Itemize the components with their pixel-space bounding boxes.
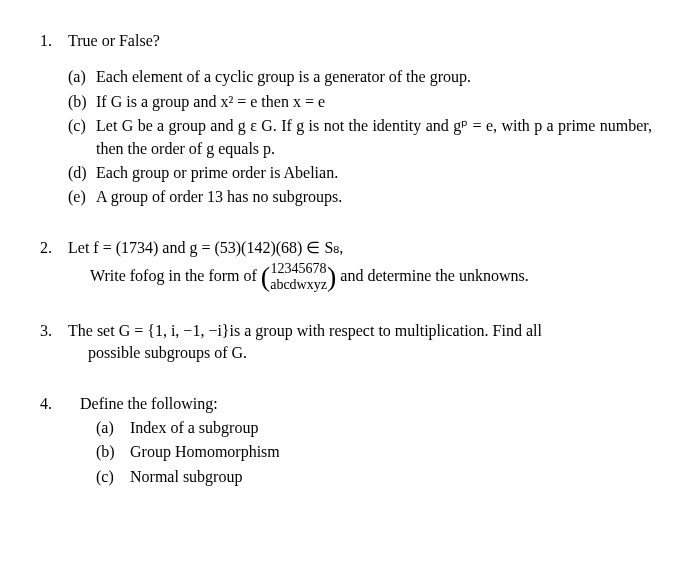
q1-item-d: (d) Each group or prime order is Abelian…	[68, 162, 652, 184]
q2-line2-pre: Write fofog in the form of	[90, 265, 257, 287]
q4-title: Define the following:	[80, 393, 652, 415]
q1-text-d: Each group or prime order is Abelian.	[96, 162, 652, 184]
q4-text-c: Normal subgroup	[130, 466, 242, 488]
q4-item-c: (c) Normal subgroup	[96, 466, 652, 488]
q4-label-c: (c)	[96, 466, 130, 488]
q1-sublist: (a) Each element of a cyclic group is a …	[40, 66, 652, 208]
paren-right: )	[327, 263, 336, 291]
q1-label-a: (a)	[68, 66, 96, 88]
q2-number: 2.	[40, 237, 68, 259]
q1-number: 1.	[40, 30, 68, 52]
q1-label-d: (d)	[68, 162, 96, 184]
q4-item-a: (a) Index of a subgroup	[96, 417, 652, 439]
q1-text-e: A group of order 13 has no subgroups.	[96, 186, 652, 208]
q2-binom-top: 12345678	[271, 261, 327, 276]
q1-text-b: If G is a group and x² = e then x = e	[96, 91, 652, 113]
q4-header: 4. Define the following:	[40, 393, 652, 415]
q2-header: 2. Let f = (1734) and g = (53)(142)(68) …	[40, 237, 652, 259]
q4-text-a: Index of a subgroup	[130, 417, 258, 439]
q3-line1: The set G = {1, i, −1, −i}is a group wit…	[68, 320, 652, 342]
q2-line2: Write fofog in the form of ( 12345678 ab…	[40, 261, 652, 292]
q4-number: 4.	[40, 393, 80, 415]
q4-text-b: Group Homomorphism	[130, 441, 280, 463]
q3-header: 3. The set G = {1, i, −1, −i}is a group …	[40, 320, 652, 342]
q2-binom: ( 12345678 abcdwxyz )	[261, 261, 336, 292]
question-2: 2. Let f = (1734) and g = (53)(142)(68) …	[40, 237, 652, 292]
q4-item-b: (b) Group Homomorphism	[96, 441, 652, 463]
q2-line2-post: and determine the unknowns.	[340, 265, 528, 287]
question-4: 4. Define the following: (a) Index of a …	[40, 393, 652, 489]
q2-binom-col: 12345678 abcdwxyz	[270, 261, 327, 292]
paren-left: (	[261, 263, 270, 291]
q4-label-b: (b)	[96, 441, 130, 463]
question-1: 1. True or False? (a) Each element of a …	[40, 30, 652, 209]
q4-sublist: (a) Index of a subgroup (b) Group Homomo…	[40, 417, 652, 488]
q1-item-c: (c) Let G be a group and g ε G. If g is …	[68, 115, 652, 160]
q3-line2: possible subgroups of G.	[40, 342, 652, 364]
q1-header: 1. True or False?	[40, 30, 652, 52]
q1-label-c: (c)	[68, 115, 96, 160]
q1-label-e: (e)	[68, 186, 96, 208]
q1-text-a: Each element of a cyclic group is a gene…	[96, 66, 652, 88]
q2-line1: Let f = (1734) and g = (53)(142)(68) ∈ S…	[68, 237, 652, 259]
q1-item-e: (e) A group of order 13 has no subgroups…	[68, 186, 652, 208]
q1-title: True or False?	[68, 30, 652, 52]
q1-item-a: (a) Each element of a cyclic group is a …	[68, 66, 652, 88]
q1-text-c: Let G be a group and g ε G. If g is not …	[96, 115, 652, 160]
question-3: 3. The set G = {1, i, −1, −i}is a group …	[40, 320, 652, 365]
q4-label-a: (a)	[96, 417, 130, 439]
q1-item-b: (b) If G is a group and x² = e then x = …	[68, 91, 652, 113]
q2-binom-bottom: abcdwxyz	[270, 277, 327, 292]
q1-label-b: (b)	[68, 91, 96, 113]
q3-number: 3.	[40, 320, 68, 342]
